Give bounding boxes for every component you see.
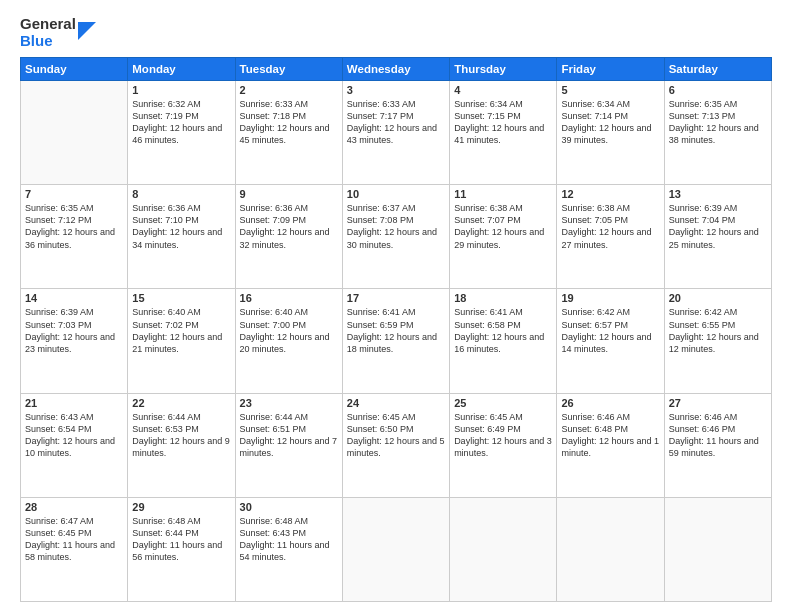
- calendar-cell: 23Sunrise: 6:44 AMSunset: 6:51 PMDayligh…: [235, 393, 342, 497]
- day-number: 2: [240, 84, 338, 96]
- cell-info: Sunrise: 6:42 AMSunset: 6:57 PMDaylight:…: [561, 306, 659, 355]
- calendar-cell: [664, 497, 771, 601]
- calendar-cell: 29Sunrise: 6:48 AMSunset: 6:44 PMDayligh…: [128, 497, 235, 601]
- logo-blue-text: Blue: [20, 33, 76, 50]
- day-number: 29: [132, 501, 230, 513]
- calendar-cell: 26Sunrise: 6:46 AMSunset: 6:48 PMDayligh…: [557, 393, 664, 497]
- calendar-cell: 15Sunrise: 6:40 AMSunset: 7:02 PMDayligh…: [128, 289, 235, 393]
- day-number: 16: [240, 292, 338, 304]
- week-row-3: 14Sunrise: 6:39 AMSunset: 7:03 PMDayligh…: [21, 289, 772, 393]
- calendar-cell: 4Sunrise: 6:34 AMSunset: 7:15 PMDaylight…: [450, 81, 557, 185]
- cell-info: Sunrise: 6:45 AMSunset: 6:50 PMDaylight:…: [347, 411, 445, 460]
- day-number: 22: [132, 397, 230, 409]
- cell-info: Sunrise: 6:44 AMSunset: 6:51 PMDaylight:…: [240, 411, 338, 460]
- cell-info: Sunrise: 6:41 AMSunset: 6:59 PMDaylight:…: [347, 306, 445, 355]
- cell-info: Sunrise: 6:43 AMSunset: 6:54 PMDaylight:…: [25, 411, 123, 460]
- calendar-cell: 12Sunrise: 6:38 AMSunset: 7:05 PMDayligh…: [557, 185, 664, 289]
- cell-info: Sunrise: 6:33 AMSunset: 7:18 PMDaylight:…: [240, 98, 338, 147]
- cell-info: Sunrise: 6:32 AMSunset: 7:19 PMDaylight:…: [132, 98, 230, 147]
- calendar-cell: [21, 81, 128, 185]
- calendar-cell: 17Sunrise: 6:41 AMSunset: 6:59 PMDayligh…: [342, 289, 449, 393]
- cell-info: Sunrise: 6:39 AMSunset: 7:04 PMDaylight:…: [669, 202, 767, 251]
- calendar-cell: [450, 497, 557, 601]
- header: General Blue: [20, 16, 772, 49]
- weekday-header-row: SundayMondayTuesdayWednesdayThursdayFrid…: [21, 58, 772, 81]
- day-number: 3: [347, 84, 445, 96]
- calendar-cell: 1Sunrise: 6:32 AMSunset: 7:19 PMDaylight…: [128, 81, 235, 185]
- day-number: 14: [25, 292, 123, 304]
- calendar-cell: 24Sunrise: 6:45 AMSunset: 6:50 PMDayligh…: [342, 393, 449, 497]
- cell-info: Sunrise: 6:41 AMSunset: 6:58 PMDaylight:…: [454, 306, 552, 355]
- day-number: 4: [454, 84, 552, 96]
- cell-info: Sunrise: 6:46 AMSunset: 6:46 PMDaylight:…: [669, 411, 767, 460]
- cell-info: Sunrise: 6:42 AMSunset: 6:55 PMDaylight:…: [669, 306, 767, 355]
- logo-general-text: General: [20, 16, 76, 33]
- calendar-cell: 10Sunrise: 6:37 AMSunset: 7:08 PMDayligh…: [342, 185, 449, 289]
- calendar-cell: 14Sunrise: 6:39 AMSunset: 7:03 PMDayligh…: [21, 289, 128, 393]
- day-number: 25: [454, 397, 552, 409]
- day-number: 1: [132, 84, 230, 96]
- cell-info: Sunrise: 6:35 AMSunset: 7:13 PMDaylight:…: [669, 98, 767, 147]
- cell-info: Sunrise: 6:46 AMSunset: 6:48 PMDaylight:…: [561, 411, 659, 460]
- weekday-sunday: Sunday: [21, 58, 128, 81]
- cell-info: Sunrise: 6:38 AMSunset: 7:05 PMDaylight:…: [561, 202, 659, 251]
- calendar-cell: 20Sunrise: 6:42 AMSunset: 6:55 PMDayligh…: [664, 289, 771, 393]
- page: General Blue SundayMondayTuesdayWednesda…: [0, 0, 792, 612]
- cell-info: Sunrise: 6:48 AMSunset: 6:44 PMDaylight:…: [132, 515, 230, 564]
- cell-info: Sunrise: 6:36 AMSunset: 7:10 PMDaylight:…: [132, 202, 230, 251]
- day-number: 12: [561, 188, 659, 200]
- day-number: 6: [669, 84, 767, 96]
- calendar-cell: 5Sunrise: 6:34 AMSunset: 7:14 PMDaylight…: [557, 81, 664, 185]
- weekday-tuesday: Tuesday: [235, 58, 342, 81]
- calendar-cell: 11Sunrise: 6:38 AMSunset: 7:07 PMDayligh…: [450, 185, 557, 289]
- week-row-1: 1Sunrise: 6:32 AMSunset: 7:19 PMDaylight…: [21, 81, 772, 185]
- calendar-cell: [557, 497, 664, 601]
- cell-info: Sunrise: 6:47 AMSunset: 6:45 PMDaylight:…: [25, 515, 123, 564]
- day-number: 13: [669, 188, 767, 200]
- calendar-cell: 21Sunrise: 6:43 AMSunset: 6:54 PMDayligh…: [21, 393, 128, 497]
- cell-info: Sunrise: 6:37 AMSunset: 7:08 PMDaylight:…: [347, 202, 445, 251]
- cell-info: Sunrise: 6:40 AMSunset: 7:02 PMDaylight:…: [132, 306, 230, 355]
- cell-info: Sunrise: 6:44 AMSunset: 6:53 PMDaylight:…: [132, 411, 230, 460]
- week-row-2: 7Sunrise: 6:35 AMSunset: 7:12 PMDaylight…: [21, 185, 772, 289]
- day-number: 11: [454, 188, 552, 200]
- calendar-cell: 7Sunrise: 6:35 AMSunset: 7:12 PMDaylight…: [21, 185, 128, 289]
- day-number: 8: [132, 188, 230, 200]
- calendar-cell: 25Sunrise: 6:45 AMSunset: 6:49 PMDayligh…: [450, 393, 557, 497]
- day-number: 24: [347, 397, 445, 409]
- weekday-saturday: Saturday: [664, 58, 771, 81]
- week-row-4: 21Sunrise: 6:43 AMSunset: 6:54 PMDayligh…: [21, 393, 772, 497]
- calendar-cell: 16Sunrise: 6:40 AMSunset: 7:00 PMDayligh…: [235, 289, 342, 393]
- day-number: 15: [132, 292, 230, 304]
- calendar-cell: 30Sunrise: 6:48 AMSunset: 6:43 PMDayligh…: [235, 497, 342, 601]
- cell-info: Sunrise: 6:34 AMSunset: 7:15 PMDaylight:…: [454, 98, 552, 147]
- cell-info: Sunrise: 6:39 AMSunset: 7:03 PMDaylight:…: [25, 306, 123, 355]
- calendar-cell: 27Sunrise: 6:46 AMSunset: 6:46 PMDayligh…: [664, 393, 771, 497]
- week-row-5: 28Sunrise: 6:47 AMSunset: 6:45 PMDayligh…: [21, 497, 772, 601]
- weekday-friday: Friday: [557, 58, 664, 81]
- day-number: 10: [347, 188, 445, 200]
- cell-info: Sunrise: 6:36 AMSunset: 7:09 PMDaylight:…: [240, 202, 338, 251]
- weekday-monday: Monday: [128, 58, 235, 81]
- logo: General Blue: [20, 16, 96, 49]
- day-number: 26: [561, 397, 659, 409]
- calendar-table: SundayMondayTuesdayWednesdayThursdayFrid…: [20, 57, 772, 602]
- calendar-cell: 22Sunrise: 6:44 AMSunset: 6:53 PMDayligh…: [128, 393, 235, 497]
- cell-info: Sunrise: 6:34 AMSunset: 7:14 PMDaylight:…: [561, 98, 659, 147]
- day-number: 28: [25, 501, 123, 513]
- cell-info: Sunrise: 6:45 AMSunset: 6:49 PMDaylight:…: [454, 411, 552, 460]
- day-number: 27: [669, 397, 767, 409]
- cell-info: Sunrise: 6:40 AMSunset: 7:00 PMDaylight:…: [240, 306, 338, 355]
- calendar-cell: 3Sunrise: 6:33 AMSunset: 7:17 PMDaylight…: [342, 81, 449, 185]
- day-number: 18: [454, 292, 552, 304]
- calendar-cell: [342, 497, 449, 601]
- cell-info: Sunrise: 6:48 AMSunset: 6:43 PMDaylight:…: [240, 515, 338, 564]
- day-number: 5: [561, 84, 659, 96]
- cell-info: Sunrise: 6:35 AMSunset: 7:12 PMDaylight:…: [25, 202, 123, 251]
- weekday-wednesday: Wednesday: [342, 58, 449, 81]
- calendar-cell: 19Sunrise: 6:42 AMSunset: 6:57 PMDayligh…: [557, 289, 664, 393]
- weekday-thursday: Thursday: [450, 58, 557, 81]
- day-number: 21: [25, 397, 123, 409]
- day-number: 7: [25, 188, 123, 200]
- svg-marker-0: [78, 22, 96, 40]
